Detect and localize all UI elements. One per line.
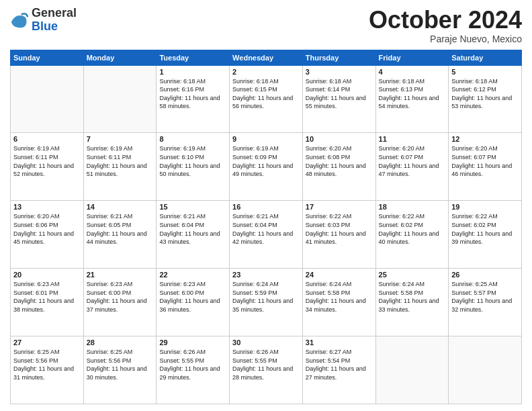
month-title: October 2024 [369,7,522,34]
weekday-header: Monday [83,50,157,65]
day-number: 6 [13,135,81,143]
day-number: 15 [159,203,226,211]
calendar-cell: 11Sunrise: 6:20 AM Sunset: 6:07 PM Dayli… [375,133,449,201]
day-info: Sunrise: 6:19 AM Sunset: 6:10 PM Dayligh… [159,144,226,178]
day-number: 24 [306,271,373,279]
day-info: Sunrise: 6:24 AM Sunset: 5:59 PM Dayligh… [232,280,300,314]
calendar-cell: 21Sunrise: 6:23 AM Sunset: 6:00 PM Dayli… [83,269,157,336]
calendar-cell: 31Sunrise: 6:27 AM Sunset: 5:54 PM Dayli… [302,336,375,404]
calendar-cell: 16Sunrise: 6:21 AM Sunset: 6:04 PM Dayli… [230,201,303,269]
day-info: Sunrise: 6:20 AM Sunset: 6:06 PM Dayligh… [13,212,81,246]
calendar-cell: 30Sunrise: 6:26 AM Sunset: 5:55 PM Dayli… [230,336,303,404]
day-info: Sunrise: 6:23 AM Sunset: 6:00 PM Dayligh… [159,280,226,314]
calendar-cell: 20Sunrise: 6:23 AM Sunset: 6:01 PM Dayli… [11,269,84,336]
day-info: Sunrise: 6:18 AM Sunset: 6:15 PM Dayligh… [232,77,300,111]
day-info: Sunrise: 6:18 AM Sunset: 6:14 PM Dayligh… [306,77,373,111]
day-number: 25 [379,271,446,279]
day-info: Sunrise: 6:25 AM Sunset: 5:56 PM Dayligh… [13,348,81,381]
day-number: 7 [87,135,154,143]
calendar-cell [449,336,522,404]
day-info: Sunrise: 6:19 AM Sunset: 6:11 PM Dayligh… [13,144,81,178]
day-info: Sunrise: 6:21 AM Sunset: 6:04 PM Dayligh… [159,212,226,246]
logo-icon [10,11,29,30]
calendar-week-row: 13Sunrise: 6:20 AM Sunset: 6:06 PM Dayli… [11,201,522,269]
calendar-cell: 13Sunrise: 6:20 AM Sunset: 6:06 PM Dayli… [11,201,84,269]
calendar-cell: 19Sunrise: 6:22 AM Sunset: 6:02 PM Dayli… [449,201,522,269]
day-number: 2 [232,68,300,76]
day-number: 21 [87,271,154,279]
calendar-cell: 17Sunrise: 6:22 AM Sunset: 6:03 PM Dayli… [302,201,375,269]
day-number: 10 [306,135,373,143]
day-number: 18 [379,203,446,211]
day-number: 17 [306,203,373,211]
day-info: Sunrise: 6:20 AM Sunset: 6:07 PM Dayligh… [379,144,446,178]
calendar-cell: 22Sunrise: 6:23 AM Sunset: 6:00 PM Dayli… [157,269,230,336]
day-info: Sunrise: 6:21 AM Sunset: 6:04 PM Dayligh… [232,212,300,246]
day-info: Sunrise: 6:18 AM Sunset: 6:16 PM Dayligh… [159,77,226,111]
day-info: Sunrise: 6:25 AM Sunset: 5:57 PM Dayligh… [451,280,519,314]
day-info: Sunrise: 6:24 AM Sunset: 5:58 PM Dayligh… [306,280,373,314]
header: General Blue October 2024 Paraje Nuevo, … [10,7,522,44]
day-info: Sunrise: 6:26 AM Sunset: 5:55 PM Dayligh… [232,348,300,381]
calendar-cell: 12Sunrise: 6:20 AM Sunset: 6:07 PM Dayli… [449,133,522,201]
day-number: 31 [306,338,373,347]
title-block: October 2024 Paraje Nuevo, Mexico [369,7,522,44]
day-number: 19 [451,203,519,211]
day-info: Sunrise: 6:21 AM Sunset: 6:05 PM Dayligh… [87,212,154,246]
calendar-table: SundayMondayTuesdayWednesdayThursdayFrid… [10,50,522,404]
day-number: 20 [13,271,81,279]
calendar-cell: 10Sunrise: 6:20 AM Sunset: 6:08 PM Dayli… [302,133,375,201]
calendar-week-row: 1Sunrise: 6:18 AM Sunset: 6:16 PM Daylig… [11,65,522,133]
day-number: 11 [379,135,446,143]
day-number: 8 [159,135,226,143]
day-number: 29 [159,338,226,347]
day-info: Sunrise: 6:18 AM Sunset: 6:13 PM Dayligh… [379,77,446,111]
weekday-header: Tuesday [157,50,230,65]
calendar-cell: 26Sunrise: 6:25 AM Sunset: 5:57 PM Dayli… [449,269,522,336]
calendar-cell: 28Sunrise: 6:25 AM Sunset: 5:56 PM Dayli… [83,336,157,404]
day-number: 9 [232,135,300,143]
day-number: 16 [232,203,300,211]
logo: General Blue [10,7,77,34]
day-info: Sunrise: 6:20 AM Sunset: 6:07 PM Dayligh… [451,144,519,178]
day-info: Sunrise: 6:23 AM Sunset: 6:01 PM Dayligh… [13,280,81,314]
day-info: Sunrise: 6:18 AM Sunset: 6:12 PM Dayligh… [451,77,519,111]
calendar-cell: 18Sunrise: 6:22 AM Sunset: 6:02 PM Dayli… [375,201,449,269]
day-number: 5 [451,68,519,76]
weekday-header: Saturday [449,50,522,65]
calendar-cell: 23Sunrise: 6:24 AM Sunset: 5:59 PM Dayli… [230,269,303,336]
day-info: Sunrise: 6:27 AM Sunset: 5:54 PM Dayligh… [306,348,373,381]
day-info: Sunrise: 6:22 AM Sunset: 6:02 PM Dayligh… [379,212,446,246]
day-number: 3 [306,68,373,76]
calendar-cell: 29Sunrise: 6:26 AM Sunset: 5:55 PM Dayli… [157,336,230,404]
weekday-header: Thursday [302,50,375,65]
day-number: 14 [87,203,154,211]
logo-text: General Blue [32,7,77,34]
page: General Blue October 2024 Paraje Nuevo, … [0,0,532,411]
logo-general-text: General [32,7,77,20]
day-info: Sunrise: 6:22 AM Sunset: 6:02 PM Dayligh… [451,212,519,246]
calendar-cell: 24Sunrise: 6:24 AM Sunset: 5:58 PM Dayli… [302,269,375,336]
calendar-cell: 5Sunrise: 6:18 AM Sunset: 6:12 PM Daylig… [449,65,522,133]
day-number: 26 [451,271,519,279]
calendar-cell: 2Sunrise: 6:18 AM Sunset: 6:15 PM Daylig… [230,65,303,133]
day-number: 27 [13,338,81,347]
calendar-week-row: 27Sunrise: 6:25 AM Sunset: 5:56 PM Dayli… [11,336,522,404]
day-info: Sunrise: 6:25 AM Sunset: 5:56 PM Dayligh… [87,348,154,381]
calendar-week-row: 6Sunrise: 6:19 AM Sunset: 6:11 PM Daylig… [11,133,522,201]
day-number: 12 [451,135,519,143]
calendar-cell: 15Sunrise: 6:21 AM Sunset: 6:04 PM Dayli… [157,201,230,269]
weekday-header: Friday [375,50,449,65]
day-number: 4 [379,68,446,76]
day-number: 22 [159,271,226,279]
calendar-cell: 27Sunrise: 6:25 AM Sunset: 5:56 PM Dayli… [11,336,84,404]
location: Paraje Nuevo, Mexico [369,34,522,44]
weekday-header: Sunday [11,50,84,65]
day-number: 30 [232,338,300,347]
calendar-cell: 6Sunrise: 6:19 AM Sunset: 6:11 PM Daylig… [11,133,84,201]
day-info: Sunrise: 6:19 AM Sunset: 6:11 PM Dayligh… [87,144,154,178]
day-info: Sunrise: 6:24 AM Sunset: 5:58 PM Dayligh… [379,280,446,314]
calendar-cell: 8Sunrise: 6:19 AM Sunset: 6:10 PM Daylig… [157,133,230,201]
calendar-cell [11,65,84,133]
calendar-week-row: 20Sunrise: 6:23 AM Sunset: 6:01 PM Dayli… [11,269,522,336]
